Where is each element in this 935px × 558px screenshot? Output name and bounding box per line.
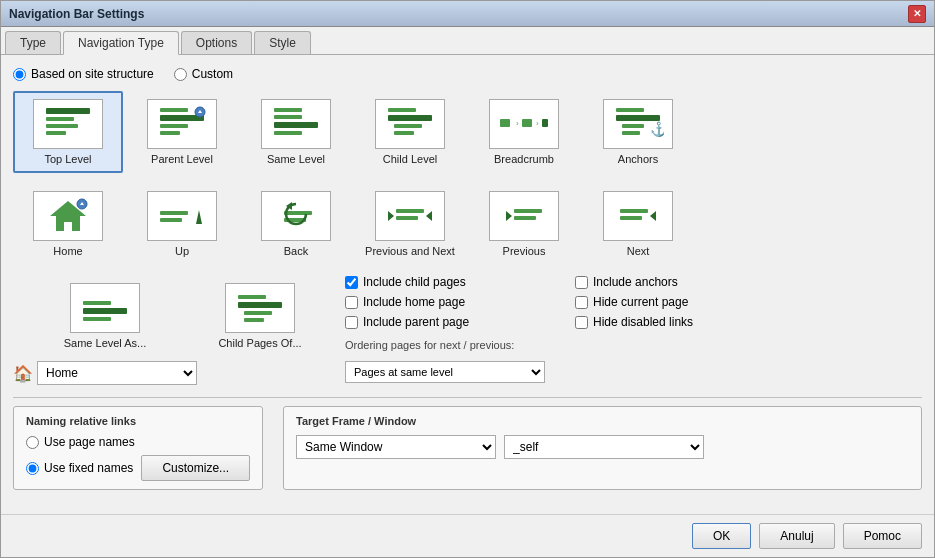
checkbox-include-child-pages-input[interactable] — [345, 276, 358, 289]
cancel-button[interactable]: Anuluj — [759, 523, 834, 549]
svg-rect-10 — [274, 115, 302, 119]
nav-icons-row1: Top Level Parent Level — [13, 91, 922, 173]
svg-rect-32 — [284, 211, 312, 215]
nav-icon-child-pages-of-box — [225, 283, 295, 333]
ordering-label: Ordering pages for next / previous: — [345, 339, 545, 351]
checkbox-hide-disabled-links[interactable]: Hide disabled links — [575, 315, 693, 329]
checkbox-include-child-pages[interactable]: Include child pages — [345, 275, 545, 289]
home-select[interactable]: Home About — [37, 361, 197, 385]
radio-page-names-label[interactable]: Use page names — [26, 435, 250, 449]
window-select[interactable]: Same Window New Window Parent Frame Top … — [296, 435, 496, 459]
svg-rect-25 — [622, 131, 640, 135]
nav-item-child-pages-of[interactable]: Child Pages Of... — [205, 275, 315, 357]
tab-navigation-type[interactable]: Navigation Type — [63, 31, 179, 55]
radio-fixed-names[interactable] — [26, 462, 39, 475]
svg-rect-43 — [620, 216, 642, 220]
nav-item-home[interactable]: Home — [13, 183, 123, 265]
nav-item-same-level[interactable]: Same Level — [241, 91, 351, 173]
nav-item-parent-level[interactable]: Parent Level — [127, 91, 237, 173]
tab-type[interactable]: Type — [5, 31, 61, 54]
checkbox-hide-current-page-input[interactable] — [575, 296, 588, 309]
options-col-left: Include child pages Include home page In… — [345, 275, 545, 385]
radio-page-names[interactable] — [26, 436, 39, 449]
svg-rect-29 — [160, 211, 188, 215]
nav-icons-row2: Home Up — [13, 183, 922, 265]
checkbox-include-anchors[interactable]: Include anchors — [575, 275, 693, 289]
target-section: Target Frame / Window Same Window New Wi… — [283, 406, 922, 490]
svg-rect-2 — [46, 124, 78, 128]
nav-item-top-level[interactable]: Top Level — [13, 91, 123, 173]
bottom-sections: Naming relative links Use page names Use… — [13, 406, 922, 490]
svg-rect-50 — [244, 311, 272, 315]
nav-item-next[interactable]: Next — [583, 183, 693, 265]
naming-section: Naming relative links Use page names Use… — [13, 406, 263, 490]
tab-options[interactable]: Options — [181, 31, 252, 54]
svg-text:›: › — [516, 119, 519, 128]
previous-icon — [498, 196, 550, 236]
target-frame-row: Same Window New Window Parent Frame Top … — [296, 435, 909, 459]
svg-marker-37 — [388, 211, 394, 221]
checkbox-include-parent-page[interactable]: Include parent page — [345, 315, 545, 329]
radio-fixed-names-label[interactable]: Use fixed names — [26, 461, 133, 475]
radio-site-structure[interactable] — [13, 68, 26, 81]
next-icon — [612, 196, 664, 236]
nav-label-previous: Previous — [503, 245, 546, 257]
svg-rect-12 — [274, 131, 302, 135]
svg-rect-19 — [522, 119, 532, 127]
nav-label-back: Back — [284, 245, 308, 257]
nav-label-prev-next: Previous and Next — [365, 245, 455, 257]
back-icon — [270, 196, 322, 236]
svg-rect-48 — [238, 295, 266, 299]
radio-custom-text: Custom — [192, 67, 233, 81]
svg-marker-41 — [506, 211, 512, 221]
nav-icon-same-level-box — [261, 99, 331, 149]
svg-rect-1 — [46, 117, 74, 121]
nav-item-anchors[interactable]: ⚓ Anchors — [583, 91, 693, 173]
radio-site-structure-label[interactable]: Based on site structure — [13, 67, 154, 81]
svg-rect-51 — [244, 318, 264, 322]
svg-rect-36 — [396, 216, 418, 220]
nav-item-up[interactable]: Up — [127, 183, 237, 265]
checkbox-include-home-page-input[interactable] — [345, 296, 358, 309]
home-icon — [42, 196, 94, 236]
svg-rect-3 — [46, 131, 66, 135]
svg-rect-14 — [388, 115, 432, 121]
checkbox-include-anchors-input[interactable] — [575, 276, 588, 289]
close-button[interactable]: ✕ — [908, 5, 926, 23]
target-title: Target Frame / Window — [296, 415, 909, 427]
ok-button[interactable]: OK — [692, 523, 751, 549]
ordering-select[interactable]: Pages at same level All pages Custom ord… — [345, 361, 545, 383]
svg-rect-46 — [83, 308, 127, 314]
svg-rect-7 — [160, 131, 180, 135]
nav-item-prev-and-next[interactable]: Previous and Next — [355, 183, 465, 265]
nav-item-same-level-as[interactable]: Same Level As... — [50, 275, 160, 357]
nav-item-back[interactable]: Back — [241, 183, 351, 265]
nav-icon-home-box — [33, 191, 103, 241]
nav-item-breadcrumb[interactable]: › › Breadcrumb — [469, 91, 579, 173]
parent-level-icon — [156, 104, 208, 144]
svg-rect-15 — [394, 124, 422, 128]
nav-item-previous[interactable]: Previous — [469, 183, 579, 265]
nav-label-top-level: Top Level — [44, 153, 91, 165]
checkbox-include-home-page[interactable]: Include home page — [345, 295, 545, 309]
tab-style[interactable]: Style — [254, 31, 311, 54]
customize-button[interactable]: Customize... — [141, 455, 250, 481]
options-panel: Include child pages Include home page In… — [335, 275, 922, 385]
svg-rect-17 — [500, 119, 510, 127]
radio-custom[interactable] — [174, 68, 187, 81]
nav-label-same-level-as: Same Level As... — [64, 337, 147, 349]
row3-area: Same Level As... 🏠 Home About — [13, 275, 922, 385]
checkbox-include-parent-page-input[interactable] — [345, 316, 358, 329]
title-bar: Navigation Bar Settings ✕ — [1, 1, 934, 27]
footer: OK Anuluj Pomoc — [1, 514, 934, 557]
help-button[interactable]: Pomoc — [843, 523, 922, 549]
nav-label-home: Home — [53, 245, 82, 257]
up-nav-icon — [156, 196, 208, 236]
svg-marker-31 — [196, 210, 202, 224]
checkbox-hide-current-page[interactable]: Hide current page — [575, 295, 693, 309]
same-level-icon — [270, 104, 322, 144]
nav-item-child-level[interactable]: Child Level — [355, 91, 465, 173]
checkbox-hide-disabled-links-input[interactable] — [575, 316, 588, 329]
target-value-select[interactable]: _self _blank _parent _top — [504, 435, 704, 459]
radio-custom-label[interactable]: Custom — [174, 67, 233, 81]
